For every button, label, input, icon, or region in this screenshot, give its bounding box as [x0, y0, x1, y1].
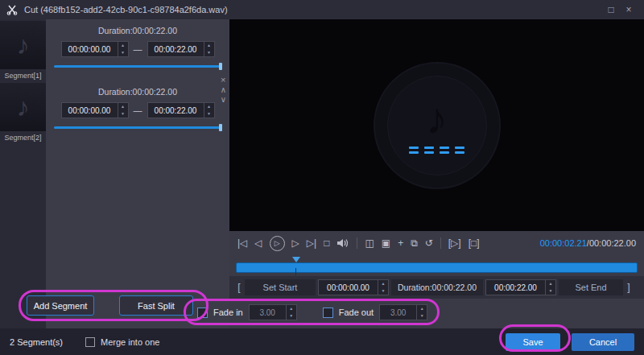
music-note-icon: ♪: [17, 93, 30, 122]
current-time: 00:00:02.21: [540, 238, 587, 248]
fade-in-input[interactable]: 3.00 ▲ ▼: [249, 304, 297, 320]
play-button[interactable]: ▷: [270, 236, 285, 251]
skip-end-button[interactable]: ▷|: [307, 238, 316, 248]
merge-checkbox[interactable]: [85, 337, 95, 347]
spinner-down-icon[interactable]: ▼: [204, 110, 214, 118]
fade-out-label: Fade out: [339, 308, 374, 317]
spinner-down-icon[interactable]: ▼: [417, 312, 427, 320]
spinner[interactable]: ▲ ▼: [286, 305, 296, 320]
volume-icon[interactable]: [336, 238, 349, 248]
fast-split-button[interactable]: Fast Split: [119, 295, 193, 316]
spinner[interactable]: ▲ ▼: [416, 305, 427, 320]
bracket-right: ]: [625, 282, 632, 293]
spinner-up-icon[interactable]: ▲: [546, 280, 555, 287]
scissors-icon: [6, 4, 18, 15]
segment1-end-input[interactable]: 00:00:22.00 ▲ ▼: [147, 41, 215, 57]
set-start-button[interactable]: Set Start: [245, 279, 316, 295]
spinner-up-icon[interactable]: ▲: [204, 103, 214, 110]
music-note-icon: ♪: [17, 31, 30, 60]
time-display: 00:00:02.21/00:00:22.00: [540, 238, 636, 248]
reset-button[interactable]: ↺: [425, 238, 433, 248]
range-dash: —: [134, 44, 142, 54]
segment2-controls: × ∧ ∨: [221, 76, 226, 104]
spinner[interactable]: ▲ ▼: [204, 42, 214, 56]
step-forward-button[interactable]: ▷: [292, 238, 299, 248]
spinner[interactable]: ▲ ▼: [378, 280, 388, 295]
bracket-left: [: [236, 282, 242, 293]
equalizer-bars: [409, 147, 464, 154]
spinner-down-icon[interactable]: ▼: [118, 49, 128, 56]
segment-duration-label: Duration:00:00:22.00: [46, 87, 229, 97]
move-up-icon[interactable]: ∧: [221, 85, 226, 94]
spinner-up-icon[interactable]: ▲: [118, 42, 128, 49]
fade-out-checkbox[interactable]: [323, 308, 333, 318]
spinner[interactable]: ▲ ▼: [118, 103, 128, 118]
close-button[interactable]: ×: [620, 4, 638, 15]
play-clip-button[interactable]: [▷]: [448, 238, 461, 248]
merge-label: Merge into one: [101, 337, 159, 347]
segment-thumb-label: Segment[2]: [0, 131, 46, 143]
fade-in-checkbox[interactable]: [197, 308, 208, 318]
fade-out-input[interactable]: 3.00 ▲ ▼: [379, 304, 427, 320]
crop-button[interactable]: ▣: [382, 238, 390, 248]
set-end-button[interactable]: Set End: [559, 279, 623, 295]
segment1-start-input[interactable]: 00:00:00.00 ▲ ▼: [61, 41, 129, 57]
timeline[interactable]: [229, 255, 644, 276]
spinner-down-icon[interactable]: ▼: [546, 287, 555, 295]
save-button[interactable]: Save: [506, 333, 560, 351]
start-time-input[interactable]: 00:00:00.00 ▲ ▼: [318, 279, 389, 295]
end-time-input[interactable]: 00:00:22.00 ▲ ▼: [485, 279, 556, 295]
step-back-button[interactable]: ◁: [254, 238, 262, 248]
range-dash: —: [134, 105, 142, 115]
music-note-icon: ♪: [426, 97, 448, 140]
spinner-up-icon[interactable]: ▲: [287, 305, 296, 312]
fade-controls: Fade in 3.00 ▲ ▼ Fade out 3.00 ▲ ▼: [193, 299, 459, 325]
cut-dialog: Cut (468fb152-add2-42cb-90c1-c98784a2f6d…: [0, 0, 644, 355]
segment-thumb-1[interactable]: ♪ Segment[1]: [0, 21, 46, 81]
segment2-range-slider[interactable]: [54, 126, 221, 129]
move-down-icon[interactable]: ∨: [221, 95, 226, 104]
spinner-down-icon[interactable]: ▼: [287, 312, 296, 320]
spinner-down-icon[interactable]: ▼: [204, 49, 214, 56]
separator: [440, 237, 441, 249]
segment-thumb-2[interactable]: ♪ Segment[2]: [0, 83, 46, 143]
transport-bar: |◁ ◁ ▷ ▷ ▷| □ ◫ ▣ + ⧉ ↺ [▷] [□] 00:00:02…: [229, 231, 644, 255]
spinner-up-icon[interactable]: ▲: [118, 103, 128, 110]
spinner-up-icon[interactable]: ▲: [378, 280, 388, 287]
fade-in-label: Fade in: [213, 308, 243, 317]
separator: [357, 237, 357, 249]
audio-disc-inner: ♪: [387, 76, 487, 175]
maximize-button[interactable]: □: [602, 4, 620, 15]
delete-segment-icon[interactable]: ×: [221, 76, 225, 85]
stop-button[interactable]: □: [324, 238, 329, 248]
spinner[interactable]: ▲ ▼: [204, 103, 214, 118]
footer-bar: 2 Segment(s) Merge into one Save Cancel: [0, 328, 644, 355]
segment-editor-panel: Duration:00:00:22.00 00:00:00.00 ▲ ▼ — 0…: [46, 19, 229, 328]
segment-duration-label: Duration:00:00:22.00: [46, 26, 229, 36]
copy-button[interactable]: ⧉: [411, 238, 418, 248]
duration-display: Duration:00:00:22.00: [391, 279, 483, 295]
segment2-end-input[interactable]: 00:00:22.00 ▲ ▼: [147, 102, 215, 118]
trim-controls: [ Set Start 00:00:00.00 ▲ ▼ Duration:00:…: [229, 276, 644, 299]
audio-disc: ♪: [374, 62, 501, 189]
add-button[interactable]: +: [398, 238, 403, 248]
skip-start-button[interactable]: |◁: [237, 238, 247, 248]
spinner-down-icon[interactable]: ▼: [118, 110, 128, 118]
segment-thumb-label: Segment[1]: [0, 69, 46, 81]
segment1-range-slider[interactable]: [54, 65, 221, 68]
segment-editor-1: Duration:00:00:22.00 00:00:00.00 ▲ ▼ — 0…: [46, 19, 229, 68]
spinner[interactable]: ▲ ▼: [118, 42, 128, 56]
total-time: /00:00:22.00: [587, 238, 636, 248]
stop-clip-button[interactable]: [□]: [469, 238, 480, 248]
spinner-up-icon[interactable]: ▲: [204, 42, 214, 49]
spinner-down-icon[interactable]: ▼: [378, 287, 388, 295]
add-segment-button[interactable]: Add Segment: [27, 295, 94, 316]
spinner[interactable]: ▲ ▼: [545, 280, 555, 295]
cancel-button[interactable]: Cancel: [572, 333, 634, 351]
segment-thumbnail-list: ♪ Segment[1] ♪ Segment[2]: [0, 19, 46, 328]
spinner-up-icon[interactable]: ▲: [417, 305, 427, 312]
preview-area: ♪: [229, 19, 644, 231]
playhead-marker[interactable]: [292, 257, 300, 262]
segment2-start-input[interactable]: 00:00:00.00 ▲ ▼: [61, 102, 129, 118]
split-button[interactable]: ◫: [365, 238, 374, 248]
